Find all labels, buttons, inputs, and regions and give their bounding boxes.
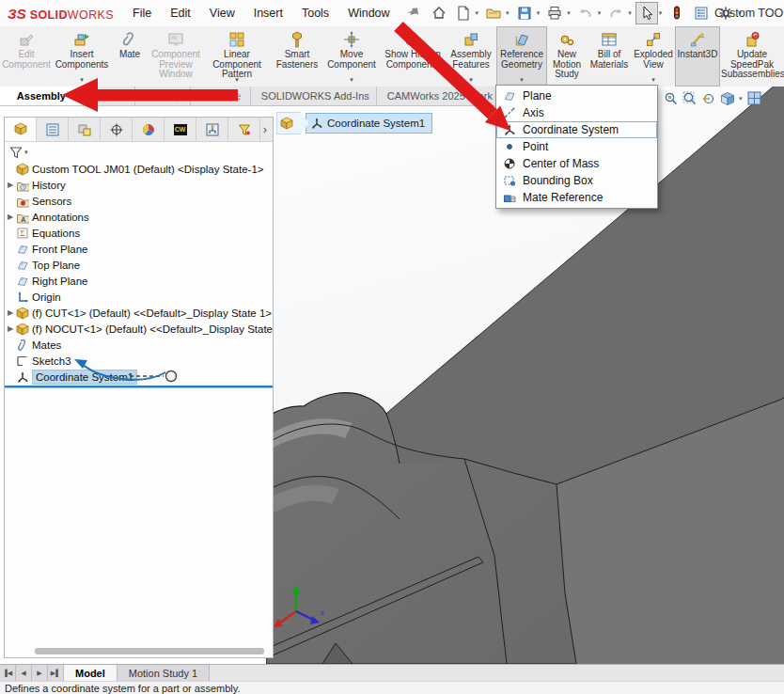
menu-view[interactable]: View <box>200 0 244 26</box>
menu-item-plane[interactable]: Plane <box>496 87 657 104</box>
tree-item-sketch3[interactable]: Sketch3 <box>5 353 273 369</box>
print-dropdown-icon[interactable]: ▾ <box>567 9 571 17</box>
new-document-dropdown-icon[interactable]: ▾ <box>476 9 479 17</box>
display-manager-tab[interactable] <box>133 118 165 141</box>
previous-tab-icon[interactable]: ◀ <box>16 665 32 682</box>
panel-tabs-overflow-chevron[interactable]: › <box>260 118 273 141</box>
expand-arrow-icon[interactable]: ▶ <box>5 308 16 317</box>
select-cursor-icon[interactable] <box>635 2 658 24</box>
breadcrumb-assembly-chip[interactable] <box>276 112 309 134</box>
tree-item-origin[interactable]: Origin <box>5 289 273 305</box>
tree-item-coordinate-system1[interactable]: Coordinate System1 <box>5 369 273 385</box>
menu-item-axis[interactable]: Axis <box>496 104 657 121</box>
tree-item-cut[interactable]: ▶ (f) CUT<1> (Default) <<Default>_Displa… <box>5 305 273 321</box>
insert-components-dropdown-icon[interactable]: ▾ <box>80 75 84 86</box>
filter-funnel-icon[interactable] <box>9 146 23 159</box>
tab-camworks[interactable]: CAMWorks 2025-Work <box>377 87 500 105</box>
camworks-operation-tree-tab[interactable] <box>196 118 228 141</box>
reference-geometry-button[interactable]: Reference Geometry ▾ <box>496 26 547 87</box>
last-tab-icon[interactable]: ▶▌ <box>48 665 64 682</box>
tab-evaluate[interactable]: Evaluate <box>191 87 251 105</box>
linear-pattern-dropdown-icon[interactable]: ▾ <box>235 75 239 86</box>
view-orientation-icon[interactable] <box>746 90 762 106</box>
tab-sketch[interactable]: Sketch <box>84 87 135 105</box>
dimxpert-tab[interactable] <box>101 118 133 141</box>
menu-tools[interactable]: Tools <box>292 0 338 26</box>
tree-item-top-plane[interactable]: Top Plane <box>5 257 273 273</box>
print-icon[interactable] <box>543 2 566 24</box>
menu-item-center-of-mass[interactable]: Center of Mass <box>496 155 657 172</box>
configurations-tab[interactable] <box>69 118 101 141</box>
menu-window[interactable]: Window <box>338 0 399 26</box>
expand-arrow-icon[interactable]: ▶ <box>5 324 16 333</box>
menu-item-mate-reference[interactable]: Mate Reference <box>496 189 657 206</box>
features-tree-tab[interactable] <box>5 118 37 141</box>
smart-fasteners-button[interactable]: Smart Fasteners <box>271 26 323 87</box>
tree-item-annotations[interactable]: ▶ A Annotations <box>5 209 273 225</box>
tree-root[interactable]: Custom TOOL JM01 (Default) <Display Stat… <box>5 161 273 177</box>
view-dropdown-icon[interactable]: ▾ <box>739 95 743 103</box>
camworks-feature-tree-tab[interactable]: CW <box>165 118 196 141</box>
tolerance-filter-tab[interactable] <box>228 118 260 141</box>
breadcrumb-selected-chip[interactable]: Coordinate System1 <box>306 113 432 134</box>
menu-item-coordinate-system[interactable]: Coordinate System <box>496 121 657 138</box>
property-manager-tab[interactable] <box>37 118 69 141</box>
instant3d-button[interactable]: Instant3D <box>675 26 720 87</box>
update-speedpak-button[interactable]: Update SpeedPak Subassemblies <box>720 26 784 87</box>
tree-horizontal-scrollbar[interactable] <box>35 648 264 655</box>
zoom-to-area-icon[interactable] <box>682 91 698 106</box>
new-document-icon[interactable] <box>452 2 475 24</box>
tree-item-nocut[interactable]: ▶ (f) NOCUT<1> (Default) <<Default>_Disp… <box>5 321 273 337</box>
menu-insert[interactable]: Insert <box>244 0 292 26</box>
first-tab-icon[interactable]: ▐◀ <box>0 665 16 682</box>
show-hidden-components-button[interactable]: Show Hidden Components <box>380 26 446 87</box>
menu-item-bounding-box[interactable]: Bounding Box <box>496 172 657 189</box>
move-component-dropdown-icon[interactable]: ▾ <box>350 75 353 86</box>
insert-components-button[interactable]: Insert Components ▾ <box>53 26 111 87</box>
tab-model[interactable]: Model <box>64 665 118 682</box>
open-dropdown-icon[interactable]: ▾ <box>506 9 510 17</box>
exploded-view-button[interactable]: Exploded View ▾ <box>632 26 675 87</box>
next-tab-icon[interactable]: ▶ <box>32 665 48 682</box>
edit-component-icon <box>18 31 35 48</box>
tree-item-mates[interactable]: Mates <box>5 337 273 353</box>
options-list-icon[interactable] <box>690 2 713 24</box>
tree-item-right-plane[interactable]: Right Plane <box>5 273 273 289</box>
bill-of-materials-button[interactable]: Bill of Materials <box>587 26 632 87</box>
tab-solidworks-addins[interactable]: SOLIDWORKS Add-Ins <box>251 87 377 105</box>
rollback-bar[interactable] <box>5 386 273 387</box>
assembly-features-dropdown-icon[interactable]: ▾ <box>469 75 473 86</box>
save-dropdown-icon[interactable]: ▾ <box>537 9 541 17</box>
save-icon[interactable] <box>513 2 536 24</box>
tree-item-history[interactable]: ▶ History <box>5 177 273 193</box>
tab-assembly[interactable]: Assembly <box>0 87 84 105</box>
select-dropdown-icon[interactable]: ▾ <box>659 9 663 17</box>
reference-geometry-dropdown-icon[interactable]: ▾ <box>520 75 524 86</box>
linear-component-pattern-button[interactable]: Linear Component Pattern ▾ <box>203 26 271 87</box>
menu-item-point[interactable]: Point <box>496 138 657 155</box>
expand-arrow-icon[interactable]: ▶ <box>5 213 16 221</box>
tab-motion-study-1[interactable]: Motion Study 1 <box>118 665 210 682</box>
expand-arrow-icon[interactable]: ▶ <box>5 181 16 189</box>
tree-item-equations[interactable]: Σ Equations <box>5 225 273 241</box>
home-icon[interactable] <box>428 2 450 24</box>
section-view-icon[interactable] <box>720 91 735 106</box>
tab-markup[interactable]: Markup <box>135 87 190 105</box>
camworks-operation-tree-icon <box>206 123 219 136</box>
tree-item-sensors[interactable]: Sensors <box>5 193 273 209</box>
mate-button[interactable]: Mate <box>111 26 149 87</box>
filter-dropdown-icon[interactable]: ▾ <box>24 149 28 156</box>
move-component-icon <box>343 31 360 48</box>
exploded-view-dropdown-icon[interactable]: ▾ <box>651 75 655 86</box>
open-icon[interactable] <box>482 2 505 24</box>
pin-icon[interactable] <box>398 0 429 27</box>
tree-item-front-plane[interactable]: Front Plane <box>5 241 273 257</box>
menu-file[interactable]: File <box>123 0 161 26</box>
previous-view-icon[interactable] <box>701 91 716 106</box>
menu-edit[interactable]: Edit <box>161 0 200 26</box>
rebuild-traffic-light-icon[interactable] <box>666 2 688 24</box>
new-motion-study-button[interactable]: New Motion Study <box>547 26 587 87</box>
assembly-features-button[interactable]: Assembly Features ▾ <box>446 26 496 87</box>
zoom-to-fit-icon[interactable] <box>664 91 679 106</box>
move-component-button[interactable]: Move Component ▾ <box>323 26 380 87</box>
